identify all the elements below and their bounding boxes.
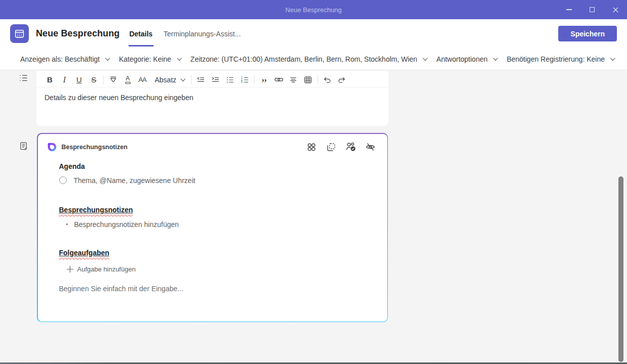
- tab-scheduling-assistant[interactable]: Terminplanungs-Assist...: [163, 19, 242, 48]
- timezone-dropdown[interactable]: Zeitzone: (UTC+01:00) Amsterdam, Berlin,…: [191, 55, 427, 63]
- meeting-notes-margin-button[interactable]: [17, 140, 29, 152]
- chevron-down-icon: [610, 56, 615, 61]
- chevron-down-icon: [181, 76, 186, 81]
- paragraph-style-dropdown[interactable]: Absatz: [151, 76, 188, 84]
- indent-button[interactable]: [208, 73, 223, 86]
- tab-details-label: Details: [129, 30, 153, 38]
- description-input[interactable]: Details zu dieser neuen Besprechung eing…: [36, 87, 388, 108]
- maximize-button[interactable]: [580, 0, 604, 19]
- font-size-button[interactable]: AA: [135, 73, 150, 86]
- loop-component: Besprechungsnotizen: [37, 133, 388, 322]
- bold-button[interactable]: B: [42, 73, 57, 86]
- maximize-icon: [590, 7, 595, 12]
- tasks-heading: Folgeaufgaben: [59, 249, 375, 257]
- show-as-label: Anzeigen als: Beschäftigt: [20, 55, 100, 63]
- show-as-dropdown[interactable]: Anzeigen als: Beschäftigt: [20, 55, 109, 63]
- redo-button[interactable]: [335, 73, 349, 86]
- link-icon: [274, 75, 284, 84]
- hide-component-button[interactable]: [365, 142, 376, 153]
- notes-heading-underline: Besprechungsnotizen: [59, 206, 133, 214]
- horizontal-rule-button[interactable]: [286, 73, 301, 86]
- agenda-item-text: Thema, @Name, zugewiesene Uhrzeit: [74, 176, 196, 185]
- active-tab-indicator: [128, 45, 154, 47]
- tab-details[interactable]: Details: [128, 19, 154, 48]
- toolbar-divider: [254, 75, 255, 84]
- redo-icon: [337, 75, 346, 84]
- chevron-down-icon: [423, 56, 428, 61]
- chevron-down-icon: [177, 56, 182, 61]
- strikethrough-button[interactable]: S: [86, 73, 101, 86]
- copy-component-button[interactable]: [326, 142, 337, 153]
- formatting-toolbar: B I U S A AA Absatz: [36, 71, 388, 87]
- undo-button[interactable]: [320, 73, 335, 86]
- window-titlebar: Neue Besprechung: [0, 0, 627, 19]
- add-task-label: Aufgabe hinzufügen: [77, 265, 136, 273]
- add-task-button[interactable]: Aufgabe hinzufügen: [59, 265, 375, 274]
- italic-button[interactable]: I: [57, 73, 72, 86]
- category-dropdown[interactable]: Kategorie: Keine: [119, 55, 181, 63]
- agenda-item-checkbox[interactable]: [59, 176, 67, 184]
- bullet-list-button[interactable]: [223, 73, 238, 86]
- window-controls: [557, 0, 627, 19]
- save-button[interactable]: Speichern: [558, 26, 617, 41]
- notes-item-row[interactable]: Besprechungsnotizen hinzufügen: [59, 220, 375, 229]
- loop-typing-hint[interactable]: Beginnen Sie einfach mit der Eingabe...: [59, 285, 375, 293]
- toolbar-divider: [318, 75, 318, 84]
- numbered-list-icon: 1 2 3: [240, 75, 249, 84]
- close-button[interactable]: [604, 0, 627, 19]
- calendar-icon: [14, 28, 25, 39]
- font-color-button[interactable]: A: [120, 73, 135, 86]
- link-button[interactable]: [272, 73, 286, 86]
- notes-heading: Besprechungsnotizen: [59, 206, 375, 214]
- page-title: Neue Besprechung: [36, 28, 120, 39]
- bullet-icon: [66, 223, 68, 225]
- horizontal-lines-icon: [289, 75, 298, 84]
- tab-bar: Details Terminplanungs-Assist...: [128, 19, 242, 48]
- agenda-item-row[interactable]: Thema, @Name, zugewiesene Uhrzeit: [59, 176, 375, 185]
- minimize-icon: [566, 9, 572, 10]
- calendar-app-badge: [10, 24, 29, 43]
- meeting-body: B I U S A AA Absatz: [0, 71, 627, 364]
- loop-logo-icon: [47, 142, 57, 152]
- minimize-button[interactable]: [557, 0, 580, 19]
- tasks-heading-underline: Folgeaufgaben: [59, 249, 110, 257]
- highlight-button[interactable]: [106, 73, 120, 86]
- registration-label: Benötigen Registrierung: Keine: [507, 55, 605, 63]
- meeting-options-bar: Anzeigen als: Beschäftigt Kategorie: Kei…: [0, 48, 627, 70]
- loop-component-title: Besprechungsnotizen: [62, 144, 128, 151]
- window-title: Neue Besprechung: [285, 6, 341, 14]
- plus-icon: [66, 265, 74, 274]
- copy-icon: [326, 142, 336, 152]
- description-editor: B I U S A AA Absatz: [36, 71, 388, 126]
- tasks-heading-text: Folgeaufgaben: [59, 249, 110, 257]
- quote-button[interactable]: ”: [257, 73, 272, 86]
- loop-permissions-button[interactable]: [345, 142, 356, 153]
- tab-scheduling-assistant-label: Terminplanungs-Assist...: [164, 30, 241, 38]
- insert-table-button[interactable]: [301, 73, 316, 86]
- highlighter-icon: [109, 75, 118, 84]
- notes-heading-text: Besprechungsnotizen: [59, 206, 133, 214]
- table-icon: [303, 75, 312, 84]
- underline-button[interactable]: U: [72, 73, 86, 86]
- paragraph-style-label: Absatz: [155, 76, 176, 84]
- response-options-dropdown[interactable]: Antwortoptionen: [436, 55, 497, 63]
- registration-dropdown[interactable]: Benötigen Registrierung: Keine: [507, 55, 614, 63]
- people-checkmark-icon: [345, 142, 356, 152]
- numbered-list-button[interactable]: 1 2 3: [238, 73, 252, 86]
- font-color-swatch: [125, 82, 130, 84]
- chevron-down-icon: [493, 56, 498, 61]
- loop-components-button[interactable]: [306, 142, 317, 153]
- timezone-label: Zeitzone: (UTC+01:00) Amsterdam, Berlin,…: [191, 55, 418, 63]
- components-grid-icon: [306, 142, 317, 152]
- bullet-list-icon: [226, 75, 235, 84]
- vertical-scrollbar-thumb[interactable]: [618, 176, 623, 362]
- agenda-view-button[interactable]: [17, 72, 29, 84]
- close-icon: [613, 7, 618, 13]
- outdent-button[interactable]: [194, 73, 208, 86]
- chevron-down-icon: [105, 56, 110, 61]
- loop-header: Besprechungsnotizen: [38, 141, 387, 153]
- toolbar-divider: [191, 75, 192, 84]
- list-icon: [18, 73, 29, 83]
- loop-actions: [306, 142, 376, 153]
- svg-text:3: 3: [241, 81, 243, 83]
